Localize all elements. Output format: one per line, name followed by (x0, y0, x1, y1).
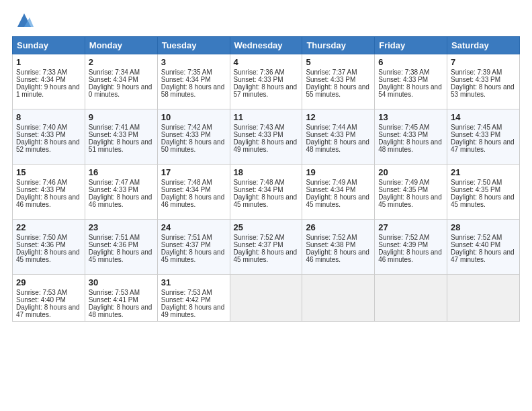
day-number: 17 (161, 167, 226, 177)
day-number: 27 (378, 222, 443, 232)
calendar-cell (447, 275, 520, 322)
sunrise-text: Sunrise: 7:47 AM (89, 179, 140, 186)
calendar-cell: 3Sunrise: 7:35 AMSunset: 4:34 PMDaylight… (157, 54, 230, 109)
daylight-text: Daylight: 8 hours and 52 minutes. (16, 138, 80, 153)
sunset-text: Sunset: 4:36 PM (89, 241, 138, 248)
sunset-text: Sunset: 4:35 PM (451, 186, 500, 193)
calendar-header-row: SundayMondayTuesdayWednesdayThursdayFrid… (13, 37, 520, 54)
sunset-text: Sunset: 4:34 PM (89, 76, 138, 83)
calendar-cell: 17Sunrise: 7:48 AMSunset: 4:34 PMDayligh… (157, 165, 230, 220)
calendar-cell: 15Sunrise: 7:46 AMSunset: 4:33 PMDayligh… (13, 165, 85, 220)
daylight-text: Daylight: 8 hours and 47 minutes. (451, 138, 515, 153)
daylight-text: Daylight: 8 hours and 58 minutes. (161, 83, 225, 98)
sunset-text: Sunset: 4:36 PM (16, 241, 66, 248)
calendar-cell: 16Sunrise: 7:47 AMSunset: 4:33 PMDayligh… (85, 165, 157, 220)
sunset-text: Sunset: 4:40 PM (451, 241, 500, 248)
daylight-text: Daylight: 8 hours and 55 minutes. (306, 83, 369, 98)
day-number: 31 (161, 277, 226, 287)
day-number: 1 (16, 57, 81, 67)
calendar-cell: 29Sunrise: 7:53 AMSunset: 4:40 PMDayligh… (13, 275, 85, 322)
calendar-cell: 4Sunrise: 7:36 AMSunset: 4:33 PMDaylight… (230, 54, 302, 109)
calendar-cell: 6Sunrise: 7:38 AMSunset: 4:33 PMDaylight… (375, 54, 447, 109)
daylight-text: Daylight: 8 hours and 53 minutes. (451, 83, 515, 98)
day-number: 2 (89, 57, 154, 67)
day-number: 5 (306, 57, 371, 67)
logo-icon (15, 11, 34, 30)
sunrise-text: Sunrise: 7:52 AM (234, 234, 285, 241)
calendar-cell: 10Sunrise: 7:42 AMSunset: 4:33 PMDayligh… (157, 109, 230, 165)
day-number: 9 (89, 112, 154, 122)
sunset-text: Sunset: 4:33 PM (16, 186, 66, 193)
page: SundayMondayTuesdayWednesdayThursdayFrid… (0, 0, 532, 411)
daylight-text: Daylight: 8 hours and 45 minutes. (378, 193, 442, 208)
calendar-cell: 7Sunrise: 7:39 AMSunset: 4:33 PMDaylight… (447, 54, 520, 109)
daylight-text: Daylight: 8 hours and 51 minutes. (89, 138, 152, 153)
day-number: 24 (161, 222, 226, 232)
sunset-text: Sunset: 4:41 PM (89, 296, 138, 304)
sunset-text: Sunset: 4:39 PM (378, 241, 428, 248)
sunrise-text: Sunrise: 7:52 AM (378, 234, 429, 241)
sunset-text: Sunset: 4:33 PM (16, 131, 66, 138)
sunrise-text: Sunrise: 7:50 AM (16, 234, 67, 241)
daylight-text: Daylight: 9 hours and 1 minute. (16, 83, 80, 98)
calendar-cell: 28Sunrise: 7:52 AMSunset: 4:40 PMDayligh… (447, 220, 520, 275)
sunrise-text: Sunrise: 7:49 AM (378, 179, 429, 186)
calendar-cell: 31Sunrise: 7:53 AMSunset: 4:42 PMDayligh… (157, 275, 230, 322)
calendar-cell: 20Sunrise: 7:49 AMSunset: 4:35 PMDayligh… (375, 165, 447, 220)
sunset-text: Sunset: 4:37 PM (234, 241, 283, 248)
sunrise-text: Sunrise: 7:46 AM (16, 179, 67, 186)
calendar-day-header: Wednesday (230, 37, 302, 54)
sunset-text: Sunset: 4:33 PM (451, 76, 500, 83)
daylight-text: Daylight: 8 hours and 48 minutes. (306, 138, 369, 153)
sunrise-text: Sunrise: 7:44 AM (306, 124, 357, 131)
calendar-day-header: Saturday (447, 37, 520, 54)
calendar-cell (375, 275, 447, 322)
sunrise-text: Sunrise: 7:45 AM (451, 124, 502, 131)
daylight-text: Daylight: 8 hours and 45 minutes. (451, 193, 515, 208)
sunset-text: Sunset: 4:38 PM (306, 241, 355, 248)
calendar-cell: 13Sunrise: 7:45 AMSunset: 4:33 PMDayligh… (375, 109, 447, 165)
sunset-text: Sunset: 4:34 PM (16, 76, 66, 83)
sunrise-text: Sunrise: 7:49 AM (306, 179, 357, 186)
calendar-day-header: Tuesday (157, 37, 230, 54)
sunset-text: Sunset: 4:33 PM (161, 131, 211, 138)
sunrise-text: Sunrise: 7:51 AM (89, 234, 140, 241)
daylight-text: Daylight: 8 hours and 45 minutes. (161, 248, 225, 263)
calendar-cell: 5Sunrise: 7:37 AMSunset: 4:33 PMDaylight… (302, 54, 375, 109)
sunrise-text: Sunrise: 7:43 AM (234, 124, 285, 131)
day-number: 14 (451, 112, 516, 122)
sunset-text: Sunset: 4:42 PM (161, 296, 211, 304)
sunrise-text: Sunrise: 7:48 AM (234, 179, 285, 186)
calendar-cell: 12Sunrise: 7:44 AMSunset: 4:33 PMDayligh… (302, 109, 375, 165)
sunset-text: Sunset: 4:33 PM (378, 131, 428, 138)
daylight-text: Daylight: 8 hours and 54 minutes. (378, 83, 442, 98)
sunrise-text: Sunrise: 7:53 AM (16, 289, 67, 296)
day-number: 25 (234, 222, 299, 232)
day-number: 20 (378, 167, 443, 177)
daylight-text: Daylight: 8 hours and 48 minutes. (378, 138, 442, 153)
daylight-text: Daylight: 8 hours and 46 minutes. (16, 193, 80, 208)
day-number: 12 (306, 112, 371, 122)
sunrise-text: Sunrise: 7:34 AM (89, 68, 140, 76)
calendar-cell: 11Sunrise: 7:43 AMSunset: 4:33 PMDayligh… (230, 109, 302, 165)
sunrise-text: Sunrise: 7:38 AM (378, 68, 429, 76)
calendar-table: SundayMondayTuesdayWednesdayThursdayFrid… (12, 36, 520, 322)
day-number: 10 (161, 112, 226, 122)
sunset-text: Sunset: 4:34 PM (161, 186, 211, 193)
day-number: 11 (234, 112, 299, 122)
sunrise-text: Sunrise: 7:45 AM (378, 124, 429, 131)
sunset-text: Sunset: 4:33 PM (89, 131, 138, 138)
day-number: 3 (161, 57, 226, 67)
sunset-text: Sunset: 4:34 PM (306, 186, 355, 193)
day-number: 16 (89, 167, 154, 177)
calendar-cell: 22Sunrise: 7:50 AMSunset: 4:36 PMDayligh… (13, 220, 85, 275)
calendar-cell: 21Sunrise: 7:50 AMSunset: 4:35 PMDayligh… (447, 165, 520, 220)
sunrise-text: Sunrise: 7:52 AM (306, 234, 357, 241)
calendar-cell: 2Sunrise: 7:34 AMSunset: 4:34 PMDaylight… (85, 54, 157, 109)
daylight-text: Daylight: 8 hours and 45 minutes. (234, 248, 298, 263)
sunrise-text: Sunrise: 7:41 AM (89, 124, 140, 131)
sunrise-text: Sunrise: 7:40 AM (16, 124, 67, 131)
sunrise-text: Sunrise: 7:42 AM (161, 124, 212, 131)
daylight-text: Daylight: 8 hours and 48 minutes. (89, 304, 152, 318)
day-number: 18 (234, 167, 299, 177)
